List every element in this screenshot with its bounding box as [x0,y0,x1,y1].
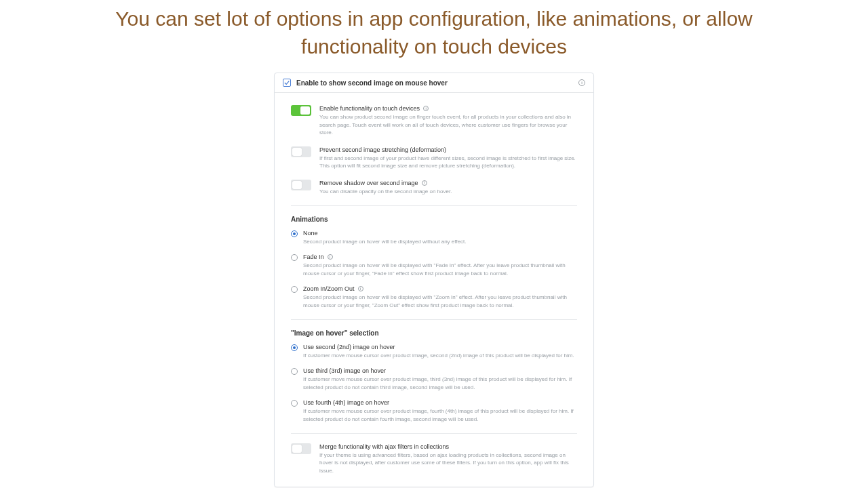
radio-label: Use fourth (4th) image on hover [303,399,577,406]
radio-use-third[interactable] [291,368,298,375]
toggle-label: Remove shadow over second image i [319,180,452,186]
card-title: Enable to show second image on mouse hov… [296,79,578,87]
info-icon[interactable]: i [328,254,333,260]
toggle-desc: If your theme is using advanced filters,… [319,451,577,475]
radio-use-second[interactable] [291,344,298,351]
radio-desc: If customer move mouse cursor over produ… [303,375,577,391]
radio-row-fade: Fade In i Second product image on hover … [291,253,577,277]
radio-label: Use third (3rd) image on hover [303,367,577,374]
enable-hover-checkbox[interactable] [283,79,291,87]
card-body: Enable functionality on touch devices i … [275,93,593,487]
info-icon[interactable]: i [358,286,363,291]
radio-row-second: Use second (2nd) image on hover If custo… [291,344,577,360]
radio-animation-fade[interactable] [291,254,298,261]
radio-animation-zoom[interactable] [291,286,298,293]
divider [291,319,577,320]
toggle-merge-ajax[interactable] [291,443,311,454]
toggle-remove-shadow[interactable] [291,180,311,190]
radio-row-fourth: Use fourth (4th) image on hover If custo… [291,399,577,423]
radio-desc: Second product image on hover will be di… [303,238,466,246]
toggle-label: Merge functionality with ajax filters in… [319,443,577,450]
radio-desc: If customer move mouse cursor over produ… [303,352,574,360]
section-title-animations: Animations [291,216,577,223]
toggle-desc: If first and second image of your produc… [319,155,577,170]
radio-row-zoom: Zoom In/Zoom Out i Second product image … [291,285,577,309]
section-title-selection: "Image on hover" selection [291,329,577,337]
info-icon[interactable]: i [422,180,427,186]
page-headline: You can set lot of options in app config… [0,0,868,73]
info-icon[interactable]: i [578,79,585,86]
divider [291,433,577,434]
radio-desc: Second product image on hover will be di… [303,262,577,277]
toggle-row-stretch: Prevent second image stretching (deforma… [291,146,577,170]
toggle-row-shadow: Remove shadow over second image i You ca… [291,180,577,196]
radio-animation-none[interactable] [291,230,298,237]
toggle-label: Enable functionality on touch devices i [319,105,577,112]
toggle-desc: You can show product second image on fin… [319,113,577,137]
toggle-row-touch: Enable functionality on touch devices i … [291,105,577,137]
divider [291,205,577,206]
toggle-row-merge: Merge functionality with ajax filters in… [291,443,577,475]
radio-use-fourth[interactable] [291,400,298,407]
card-header: Enable to show second image on mouse hov… [275,73,593,93]
info-icon[interactable]: i [423,106,429,111]
radio-row-third: Use third (3rd) image on hover If custom… [291,367,577,391]
radio-label: None [303,230,466,237]
radio-label: Use second (2nd) image on hover [303,344,574,350]
config-card-hover-image: Enable to show second image on mouse hov… [274,73,594,487]
toggle-label: Prevent second image stretching (deforma… [319,146,577,153]
toggle-desc: You can disable opacity on the second im… [319,188,452,196]
toggle-touch-devices[interactable] [291,105,311,116]
toggle-prevent-stretch[interactable] [291,146,311,157]
radio-label: Zoom In/Zoom Out i [303,285,577,292]
radio-row-none: None Second product image on hover will … [291,230,577,246]
radio-desc: Second product image on hover will be di… [303,293,577,309]
radio-desc: If customer move mouse cursor over produ… [303,407,577,423]
radio-label: Fade In i [303,253,577,260]
